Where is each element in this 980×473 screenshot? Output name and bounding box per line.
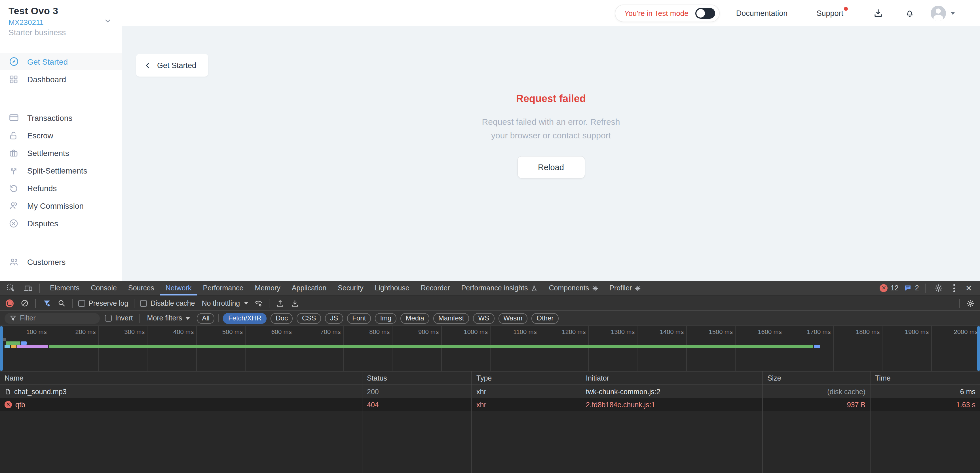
preserve-log-label: Preserve log [89,299,128,307]
filter-type-css[interactable]: CSS [297,313,321,323]
grid-icon [8,74,19,84]
checkbox-icon[interactable] [105,315,112,322]
sidebar-item-get-started[interactable]: Get Started [0,53,122,70]
sidebar: Test Ovo 3 MX230211 Starter business Get… [0,0,122,281]
request-type-filters: All Fetch/XHR Doc CSS JS Font Img Media … [197,313,558,323]
tab-lighthouse[interactable]: Lighthouse [369,281,415,296]
timeline-right-grip[interactable] [977,326,980,371]
column-header-name[interactable]: Name [0,371,363,384]
search-icon[interactable] [56,298,66,308]
tab-performance-insights[interactable]: Performance insights [456,281,543,296]
download-icon[interactable] [873,8,884,18]
table-row[interactable]: ✕ qtb 404 xhr 2.fd8b184e.chunk.js:1 937 … [0,398,980,411]
tab-sources[interactable]: Sources [123,281,160,296]
filter-type-js[interactable]: JS [325,313,343,323]
tab-network[interactable]: Network [160,281,197,296]
tab-console[interactable]: Console [85,281,123,296]
inspect-element-icon[interactable] [4,282,18,295]
disable-cache-checkbox[interactable]: Disable cache [140,299,195,307]
network-toolbar: Preserve log Disable cache No throttling [0,296,980,311]
network-settings-gear-icon[interactable] [965,298,975,308]
sidebar-item-dashboard[interactable]: Dashboard [0,70,122,88]
timeline-gridline [833,326,834,371]
open-padlock-icon [8,130,19,141]
more-options-icon[interactable] [951,282,958,294]
tab-application[interactable]: Application [286,281,332,296]
filter-type-manifest[interactable]: Manifest [433,313,469,323]
request-initiator-link[interactable]: 2.fd8b184e.chunk.js:1 [586,401,655,409]
filter-type-img[interactable]: Img [375,313,396,323]
more-filters-dropdown[interactable]: More filters [147,314,190,322]
bell-icon[interactable] [905,8,915,18]
filter-type-font[interactable]: Font [347,313,371,323]
timeline-tick-label: 700 ms [300,328,341,336]
network-conditions-icon[interactable] [253,298,263,308]
sidebar-item-customers[interactable]: Customers [0,253,122,271]
column-header-size[interactable]: Size [763,371,870,384]
support-link[interactable]: Support [816,9,843,17]
column-header-initiator[interactable]: Initiator [581,371,763,384]
table-header-row: Name Status Type Initiator Size Time [0,371,980,385]
filter-type-ws[interactable]: WS [473,313,495,323]
record-network-log-button[interactable] [5,298,15,308]
filter-type-other[interactable]: Other [531,313,558,323]
sidebar-item-label: Transactions [27,113,72,122]
more-filters-label: More filters [147,314,182,322]
column-header-status[interactable]: Status [363,371,472,384]
sidebar-item-refunds[interactable]: Refunds [0,179,122,197]
sidebar-item-split-settlements[interactable]: Split-Settlements [0,162,122,179]
console-errors-badge[interactable]: ✕ 12 [880,284,899,292]
back-button[interactable]: Get Started [136,54,208,76]
test-mode-toggle[interactable] [695,8,715,18]
filter-type-fetch-xhr[interactable]: Fetch/XHR [223,313,267,323]
sidebar-item-transactions[interactable]: Transactions [0,109,122,126]
tab-profiler[interactable]: Profiler [604,281,646,296]
devtools-tabbar: Elements Console Sources Network Perform… [0,281,980,296]
divider [925,283,926,293]
tab-recorder[interactable]: Recorder [415,281,456,296]
column-header-time[interactable]: Time [870,371,980,384]
table-row[interactable]: chat_sound.mp3 200 xhr twk-chunk-common.… [0,385,980,398]
timeline-gridline [147,326,148,371]
chevron-down-icon [950,12,955,14]
import-har-icon[interactable] [275,298,285,308]
checkbox-icon[interactable] [140,300,147,307]
filter-type-wasm[interactable]: Wasm [498,313,527,323]
filter-type-media[interactable]: Media [400,313,429,323]
devtools-settings-gear-icon[interactable] [932,282,946,295]
reload-button[interactable]: Reload [517,156,585,178]
export-har-icon[interactable] [290,298,300,308]
preserve-log-checkbox[interactable]: Preserve log [78,299,128,307]
tab-security[interactable]: Security [332,281,369,296]
filter-input-pill[interactable] [5,313,100,323]
checkbox-icon[interactable] [78,300,85,307]
account-switcher-chevron-icon[interactable] [104,17,112,25]
close-devtools-icon[interactable]: ✕ [963,283,974,293]
error-count: 12 [891,284,899,292]
filter-type-all[interactable]: All [197,313,215,323]
tab-memory[interactable]: Memory [249,281,286,296]
filter-type-doc[interactable]: Doc [270,313,293,323]
tab-components[interactable]: Components [543,281,604,296]
device-toolbar-icon[interactable] [21,282,35,295]
issues-badge[interactable]: 2 [904,284,919,292]
sidebar-item-escrow[interactable]: Escrow [0,126,122,144]
timeline-left-grip[interactable] [0,326,3,371]
tab-performance[interactable]: Performance [197,281,249,296]
account-menu[interactable] [931,5,955,21]
sidebar-item-disputes[interactable]: Disputes [0,214,122,232]
clear-network-log-icon[interactable] [19,298,30,308]
timeline-gridline [490,326,490,371]
request-initiator-link[interactable]: twk-chunk-common.js:2 [586,388,660,396]
timeline-request-bar [11,345,17,348]
sidebar-item-my-commission[interactable]: My Commission [0,197,122,214]
invert-checkbox[interactable]: Invert [105,314,133,322]
throttling-select[interactable]: No throttling [202,299,248,307]
filter-toggle-icon[interactable] [41,298,52,308]
tab-elements[interactable]: Elements [44,281,85,296]
documentation-link[interactable]: Documentation [736,9,788,17]
column-header-type[interactable]: Type [472,371,581,384]
timeline-tick-label: 1600 ms [741,328,782,336]
filter-input[interactable] [20,314,95,322]
sidebar-item-settlements[interactable]: Settlements [0,144,122,162]
